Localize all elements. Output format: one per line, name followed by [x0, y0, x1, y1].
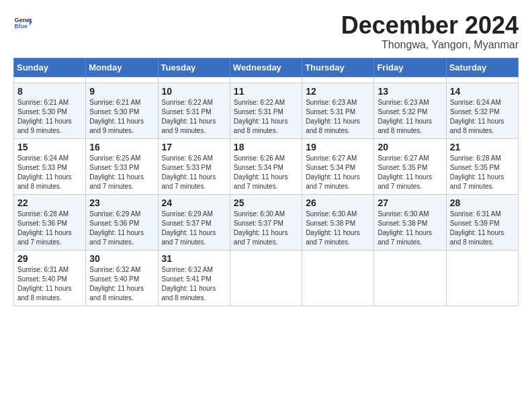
- day-number: 12: [306, 86, 370, 97]
- day-cell-14: 14Sunrise: 6:24 AMSunset: 5:32 PMDayligh…: [446, 83, 518, 139]
- day-info: Sunrise: 6:31 AMSunset: 5:39 PMDaylight:…: [450, 210, 515, 247]
- day-info: Sunrise: 6:31 AMSunset: 5:40 PMDaylight:…: [17, 265, 82, 303]
- day-number: 16: [89, 142, 154, 152]
- svg-text:Blue: Blue: [14, 23, 28, 30]
- empty-cell: [230, 250, 302, 306]
- day-info: Sunrise: 6:23 AMSunset: 5:31 PMDaylight:…: [306, 98, 370, 136]
- day-info: Sunrise: 6:29 AMSunset: 5:37 PMDaylight:…: [162, 210, 226, 247]
- day-cell-29: 29Sunrise: 6:31 AMSunset: 5:40 PMDayligh…: [14, 250, 86, 306]
- day-number: 19: [306, 142, 370, 152]
- day-cell-8: 8Sunrise: 6:21 AMSunset: 5:30 PMDaylight…: [14, 83, 86, 139]
- empty-cell: [446, 250, 518, 306]
- month-title: December 2024: [341, 13, 519, 38]
- day-info: Sunrise: 6:27 AMSunset: 5:34 PMDaylight:…: [306, 154, 370, 191]
- day-number: 23: [89, 197, 154, 208]
- day-cell-9: 9Sunrise: 6:21 AMSunset: 5:30 PMDaylight…: [86, 83, 158, 139]
- day-info: Sunrise: 6:24 AMSunset: 5:33 PMDaylight:…: [17, 154, 82, 191]
- weekday-header-thursday: Thursday: [302, 58, 374, 77]
- day-number: 10: [162, 86, 226, 97]
- week-row-4: 22Sunrise: 6:28 AMSunset: 5:36 PMDayligh…: [14, 195, 519, 250]
- day-info: Sunrise: 6:22 AMSunset: 5:31 PMDaylight:…: [234, 98, 298, 136]
- title-area: December 2024 Thongwa, Yangon, Myanmar: [341, 13, 519, 51]
- day-info: Sunrise: 6:28 AMSunset: 5:36 PMDaylight:…: [17, 210, 82, 247]
- day-info: Sunrise: 6:32 AMSunset: 5:41 PMDaylight:…: [162, 265, 226, 303]
- logo-icon: General Blue: [13, 13, 32, 32]
- day-number: 26: [306, 197, 370, 208]
- day-number: 31: [162, 253, 226, 264]
- empty-cell: [374, 77, 446, 83]
- weekday-header-saturday: Saturday: [446, 58, 518, 77]
- day-cell-16: 16Sunrise: 6:25 AMSunset: 5:33 PMDayligh…: [86, 139, 158, 195]
- day-info: Sunrise: 6:30 AMSunset: 5:38 PMDaylight:…: [378, 210, 442, 247]
- empty-cell: [14, 77, 86, 83]
- day-cell-15: 15Sunrise: 6:24 AMSunset: 5:33 PMDayligh…: [14, 139, 86, 195]
- day-cell-17: 17Sunrise: 6:26 AMSunset: 5:33 PMDayligh…: [158, 139, 230, 195]
- weekday-header-sunday: Sunday: [14, 58, 86, 77]
- day-number: 29: [17, 253, 82, 264]
- day-number: 24: [162, 197, 226, 208]
- day-info: Sunrise: 6:25 AMSunset: 5:33 PMDaylight:…: [89, 154, 154, 191]
- logo: General Blue: [13, 13, 32, 32]
- day-number: 11: [234, 86, 298, 97]
- day-cell-30: 30Sunrise: 6:32 AMSunset: 5:40 PMDayligh…: [86, 250, 158, 306]
- day-info: Sunrise: 6:27 AMSunset: 5:35 PMDaylight:…: [378, 154, 442, 191]
- day-cell-20: 20Sunrise: 6:27 AMSunset: 5:35 PMDayligh…: [374, 139, 446, 195]
- day-cell-31: 31Sunrise: 6:32 AMSunset: 5:41 PMDayligh…: [158, 250, 230, 306]
- day-number: 18: [234, 142, 298, 152]
- empty-cell: [374, 250, 446, 306]
- day-cell-22: 22Sunrise: 6:28 AMSunset: 5:36 PMDayligh…: [14, 195, 86, 250]
- day-cell-21: 21Sunrise: 6:28 AMSunset: 5:35 PMDayligh…: [446, 139, 518, 195]
- week-row-2: 8Sunrise: 6:21 AMSunset: 5:30 PMDaylight…: [14, 83, 519, 139]
- header: General Blue December 2024 Thongwa, Yang…: [13, 13, 519, 51]
- location-title: Thongwa, Yangon, Myanmar: [341, 39, 519, 51]
- weekday-header-friday: Friday: [374, 58, 446, 77]
- week-row-5: 29Sunrise: 6:31 AMSunset: 5:40 PMDayligh…: [14, 250, 519, 306]
- day-info: Sunrise: 6:24 AMSunset: 5:32 PMDaylight:…: [450, 98, 515, 136]
- day-number: 17: [162, 142, 226, 152]
- day-number: 8: [17, 86, 82, 97]
- day-info: Sunrise: 6:30 AMSunset: 5:38 PMDaylight:…: [306, 210, 370, 247]
- calendar-table: SundayMondayTuesdayWednesdayThursdayFrid…: [13, 58, 519, 306]
- week-row-1: [14, 77, 519, 83]
- day-cell-10: 10Sunrise: 6:22 AMSunset: 5:31 PMDayligh…: [158, 83, 230, 139]
- empty-cell: [446, 77, 518, 83]
- day-number: 30: [89, 253, 154, 264]
- day-number: 22: [17, 197, 82, 208]
- empty-cell: [86, 77, 158, 83]
- weekday-header-monday: Monday: [86, 58, 158, 77]
- day-info: Sunrise: 6:29 AMSunset: 5:36 PMDaylight:…: [89, 210, 154, 247]
- day-cell-12: 12Sunrise: 6:23 AMSunset: 5:31 PMDayligh…: [302, 83, 374, 139]
- weekday-header-tuesday: Tuesday: [158, 58, 230, 77]
- day-info: Sunrise: 6:22 AMSunset: 5:31 PMDaylight:…: [162, 98, 226, 136]
- day-cell-24: 24Sunrise: 6:29 AMSunset: 5:37 PMDayligh…: [158, 195, 230, 250]
- weekday-header-row: SundayMondayTuesdayWednesdayThursdayFrid…: [14, 58, 519, 77]
- day-number: 13: [378, 86, 442, 97]
- day-cell-27: 27Sunrise: 6:30 AMSunset: 5:38 PMDayligh…: [374, 195, 446, 250]
- empty-cell: [302, 77, 374, 83]
- empty-cell: [230, 77, 302, 83]
- day-cell-11: 11Sunrise: 6:22 AMSunset: 5:31 PMDayligh…: [230, 83, 302, 139]
- day-info: Sunrise: 6:28 AMSunset: 5:35 PMDaylight:…: [450, 154, 515, 191]
- day-info: Sunrise: 6:32 AMSunset: 5:40 PMDaylight:…: [89, 265, 154, 303]
- day-info: Sunrise: 6:26 AMSunset: 5:33 PMDaylight:…: [162, 154, 226, 191]
- week-row-3: 15Sunrise: 6:24 AMSunset: 5:33 PMDayligh…: [14, 139, 519, 195]
- weekday-header-wednesday: Wednesday: [230, 58, 302, 77]
- day-number: 15: [17, 142, 82, 152]
- empty-cell: [158, 77, 230, 83]
- day-number: 14: [450, 86, 515, 97]
- day-cell-26: 26Sunrise: 6:30 AMSunset: 5:38 PMDayligh…: [302, 195, 374, 250]
- day-cell-18: 18Sunrise: 6:26 AMSunset: 5:34 PMDayligh…: [230, 139, 302, 195]
- day-number: 28: [450, 197, 515, 208]
- day-number: 21: [450, 142, 515, 152]
- empty-cell: [302, 250, 374, 306]
- day-info: Sunrise: 6:21 AMSunset: 5:30 PMDaylight:…: [89, 98, 154, 136]
- day-info: Sunrise: 6:30 AMSunset: 5:37 PMDaylight:…: [234, 210, 298, 247]
- day-number: 9: [89, 86, 154, 97]
- day-cell-28: 28Sunrise: 6:31 AMSunset: 5:39 PMDayligh…: [446, 195, 518, 250]
- day-cell-25: 25Sunrise: 6:30 AMSunset: 5:37 PMDayligh…: [230, 195, 302, 250]
- day-number: 20: [378, 142, 442, 152]
- day-cell-19: 19Sunrise: 6:27 AMSunset: 5:34 PMDayligh…: [302, 139, 374, 195]
- day-info: Sunrise: 6:21 AMSunset: 5:30 PMDaylight:…: [17, 98, 82, 136]
- day-cell-13: 13Sunrise: 6:23 AMSunset: 5:32 PMDayligh…: [374, 83, 446, 139]
- day-cell-23: 23Sunrise: 6:29 AMSunset: 5:36 PMDayligh…: [86, 195, 158, 250]
